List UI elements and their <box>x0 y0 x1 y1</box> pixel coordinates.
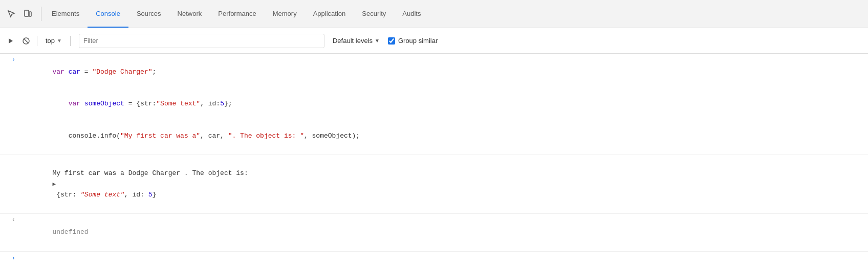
console-info: console.info( <box>69 132 120 140</box>
svg-rect-0 <box>25 10 29 16</box>
tab-audits[interactable]: Audits <box>394 0 429 28</box>
comma-id: , id: <box>200 100 220 107</box>
str-first-car: "My first car was a" <box>120 132 200 140</box>
input-arrow-1[interactable]: › <box>12 56 15 63</box>
console-toolbar: top ▼ Default levels ▼ Group similar <box>0 28 868 54</box>
group-similar-checkbox[interactable] <box>388 37 395 45</box>
tab-security[interactable]: Security <box>354 0 394 28</box>
context-selector[interactable]: top ▼ <box>41 37 66 45</box>
tab-application[interactable]: Application <box>305 0 354 28</box>
nav-tabs: Elements Console Sources Network Perform… <box>44 0 429 28</box>
tab-sources[interactable]: Sources <box>128 0 169 28</box>
var-car: car <box>69 68 80 76</box>
equals: = <box>80 68 92 76</box>
tab-memory[interactable]: Memory <box>265 0 305 28</box>
result-arrow: ‹ <box>12 216 15 224</box>
clear-console-button[interactable] <box>19 34 33 48</box>
expand-object-arrow[interactable]: ▶ <box>52 181 56 187</box>
tab-performance[interactable]: Performance <box>210 0 264 28</box>
var-someobject: someObject <box>84 100 124 107</box>
default-levels-selector[interactable]: Default levels ▼ <box>333 37 380 45</box>
row-content-result: undefined <box>18 215 868 250</box>
semicolon-1: ; <box>152 68 156 76</box>
device-toolbar-button[interactable] <box>20 7 35 21</box>
console-row-input: › var car = "Dodge Charger"; var someObj… <box>0 54 868 155</box>
obj-num-value: 5 <box>148 191 153 199</box>
obj-close: }; <box>224 100 232 107</box>
separator-1 <box>37 36 37 46</box>
prompt-input-area[interactable] <box>18 254 868 263</box>
kw-var-2: var <box>69 100 84 107</box>
str-object-is: ". The object is: " <box>228 132 304 140</box>
obj-assign: = {str: <box>124 100 156 107</box>
num-5: 5 <box>220 100 224 107</box>
svg-line-4 <box>24 39 28 43</box>
prompt-gutter: › <box>0 255 18 262</box>
comma-obj: , someObject); <box>304 132 360 140</box>
row-gutter-1: › <box>0 55 18 63</box>
console-main: › var car = "Dodge Charger"; var someObj… <box>0 54 868 264</box>
console-row-result: ‹ undefined <box>0 214 868 251</box>
row-gutter-3: ‹ <box>0 215 18 224</box>
context-dropdown-arrow: ▼ <box>57 38 62 43</box>
execute-script-button[interactable] <box>4 34 17 48</box>
output-text: My first car was a Dodge Charger . The o… <box>52 169 252 177</box>
tab-elements[interactable]: Elements <box>44 0 88 28</box>
group-similar-label[interactable]: Group similar <box>398 37 438 45</box>
indent-1 <box>52 100 68 107</box>
separator-2 <box>70 36 71 46</box>
svg-marker-2 <box>9 38 13 43</box>
console-prompt-row[interactable]: › <box>0 252 868 264</box>
str-dodge: "Dodge Charger" <box>92 68 152 76</box>
obj-str-value: "Some text" <box>80 191 124 199</box>
tab-console[interactable]: Console <box>88 0 128 28</box>
indent-2 <box>52 132 68 140</box>
tab-network[interactable]: Network <box>169 0 210 28</box>
console-output: › var car = "Dodge Charger"; var someObj… <box>0 54 868 264</box>
top-nav-bar: Elements Console Sources Network Perform… <box>0 0 868 28</box>
prompt-arrow[interactable]: › <box>12 255 15 262</box>
undefined-value: undefined <box>52 228 88 236</box>
kw-var: var <box>52 68 68 76</box>
row-gutter-2 <box>0 156 18 158</box>
levels-dropdown-arrow: ▼ <box>375 38 380 43</box>
inspect-element-button[interactable] <box>4 7 18 21</box>
group-similar-checkbox-group: Group similar <box>388 37 438 45</box>
svg-rect-1 <box>29 12 31 16</box>
row-content-1: var car = "Dodge Charger"; var someObjec… <box>18 55 868 153</box>
devtools-icons <box>4 7 41 21</box>
comma-car: , car, <box>200 132 228 140</box>
str-sometext: "Some text" <box>156 100 200 107</box>
obj-preview: {str: "Some text", id: 5} <box>52 191 156 199</box>
filter-input[interactable] <box>79 34 324 48</box>
console-row-output: My first car was a Dodge Charger . The o… <box>0 155 868 214</box>
row-content-output: My first car was a Dodge Charger . The o… <box>18 156 868 212</box>
